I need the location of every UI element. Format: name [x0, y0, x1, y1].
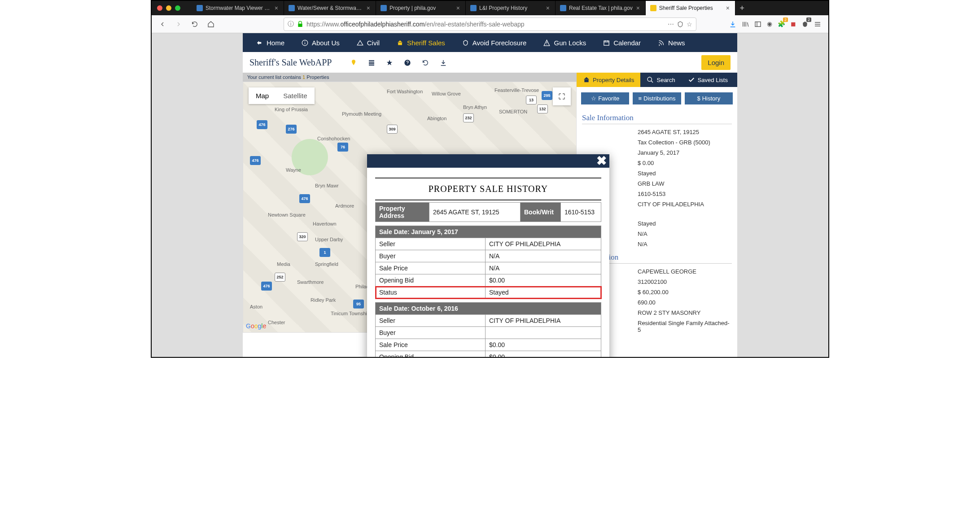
help-icon[interactable]: [402, 58, 412, 66]
route-shield: 132: [537, 104, 548, 113]
browser-tab[interactable]: Property | phila.gov×: [376, 1, 466, 15]
extension-3-icon[interactable]: 2: [801, 20, 809, 28]
tab-close-icon[interactable]: ×: [366, 4, 371, 12]
favicon: [197, 5, 203, 11]
list-info-bar: Your current list contains 1 Properties: [243, 73, 577, 82]
tab-label: Real Estate Tax | phila.gov: [569, 5, 633, 11]
nav-civil[interactable]: Civil: [357, 39, 380, 47]
lock-icon: [297, 20, 304, 28]
tab-close-icon[interactable]: ×: [725, 4, 731, 12]
browser-tab[interactable]: Real Estate Tax | phila.gov×: [556, 1, 646, 15]
favorite-button[interactable]: ☆Favorite: [581, 92, 629, 104]
more-icon[interactable]: ⋯: [668, 21, 674, 28]
tab-label: Property | phila.gov: [389, 5, 453, 11]
info-row: Tax Collection - GRB (5000): [582, 137, 732, 148]
tab-close-icon[interactable]: ×: [455, 4, 461, 12]
reader-icon[interactable]: [677, 20, 684, 28]
address-field[interactable]: ⓘ https://www.officeofphiladelphiasherif…: [284, 17, 696, 31]
route-shield: 320: [297, 232, 308, 241]
map-label: Feasterville-Trevose: [494, 87, 539, 93]
route-shield: 13: [526, 96, 537, 104]
site-nav: Home About Us Civil Sheriff Sales Avoid …: [243, 33, 737, 52]
distributions-button[interactable]: ≡ Distributions: [633, 92, 681, 104]
browser-tab[interactable]: Stormwater Map Viewer | Philadel×: [192, 1, 284, 15]
tab-close-icon[interactable]: ×: [545, 4, 551, 12]
download-icon[interactable]: [729, 20, 736, 28]
tab-search[interactable]: Search: [640, 73, 681, 87]
nav-about[interactable]: About Us: [302, 39, 340, 47]
route-shield: 276: [286, 125, 297, 134]
map-label: Fort Washington: [387, 89, 423, 94]
tab-close-icon[interactable]: ×: [274, 4, 279, 12]
favicon: [470, 5, 477, 11]
tab-property-details[interactable]: Property Details: [577, 73, 640, 87]
modal-header: ✖: [367, 154, 609, 168]
pin-icon[interactable]: [349, 58, 359, 66]
browser-tab[interactable]: Water/Sewer & Stormwater Bill×: [284, 1, 376, 15]
close-window[interactable]: [157, 5, 162, 11]
tab-close-icon[interactable]: ×: [635, 4, 641, 12]
home-button[interactable]: [205, 18, 217, 30]
download-icon[interactable]: [438, 58, 448, 66]
map-label: Bryn Mawr: [315, 183, 339, 188]
map-label: Plymouth Meeting: [342, 111, 381, 117]
sync-icon[interactable]: ◉: [767, 20, 772, 27]
modal-close-button[interactable]: ✖: [596, 154, 607, 168]
nav-home[interactable]: Home: [256, 39, 284, 47]
svg-rect-3: [604, 41, 609, 45]
menu-icon[interactable]: [814, 20, 821, 28]
sale-info-heading: Sale Information: [582, 113, 732, 124]
refresh-icon[interactable]: [420, 58, 430, 66]
map-label: Upper Darby: [315, 237, 343, 242]
map-type-satellite[interactable]: Satellite: [276, 87, 314, 104]
forward-button[interactable]: [172, 18, 185, 30]
tab-label: Water/Sewer & Stormwater Bill: [298, 5, 363, 11]
sale-table-2: Sale Date: October 6, 2016 SellerCITY OF…: [375, 302, 601, 357]
reload-button[interactable]: [188, 18, 201, 30]
nav-news[interactable]: News: [658, 39, 685, 47]
browser-tabs: Stormwater Map Viewer | Philadel×Water/S…: [152, 1, 828, 15]
browser-tab[interactable]: L&I Property History×: [466, 1, 556, 15]
browser-tab[interactable]: Sheriff Sale Properties×: [646, 1, 735, 15]
route-shield: 1: [319, 248, 330, 257]
minimize-window[interactable]: [166, 5, 171, 11]
tab-label: L&I Property History: [479, 5, 542, 11]
history-button[interactable]: $ History: [685, 92, 733, 104]
extension-1-icon[interactable]: 🧩2: [778, 20, 785, 27]
map-type-toggle: Map Satellite: [249, 87, 315, 104]
bookmark-star-icon[interactable]: ☆: [687, 21, 692, 28]
tab-saved-lists[interactable]: Saved Lists: [682, 73, 734, 87]
list-icon[interactable]: [367, 58, 376, 66]
extension-2-icon[interactable]: ◼: [791, 20, 796, 27]
map-type-map[interactable]: Map: [249, 87, 276, 104]
login-button[interactable]: Login: [701, 55, 731, 70]
route-shield: 476: [250, 156, 261, 165]
map-label: Tinicum Township: [331, 311, 370, 316]
maximize-window[interactable]: [175, 5, 180, 11]
route-shield: 76: [337, 143, 348, 152]
nav-sheriff-sales[interactable]: Sheriff Sales: [397, 39, 445, 47]
map-label: Willow Grove: [432, 91, 461, 96]
map-label: Havertown: [313, 221, 337, 226]
fullscreen-button[interactable]: [553, 87, 571, 105]
star-icon[interactable]: [385, 58, 394, 66]
new-tab-button[interactable]: +: [735, 1, 749, 15]
route-shield: 476: [257, 120, 267, 129]
route-shield: 309: [387, 125, 398, 134]
favicon: [560, 5, 566, 11]
library-icon[interactable]: [742, 20, 749, 28]
favicon: [650, 5, 656, 11]
sale-table-1: Sale Date: January 5, 2017 SellerCITY OF…: [375, 226, 601, 299]
sidebar-icon[interactable]: [754, 20, 761, 28]
favicon: [289, 5, 295, 11]
nav-calendar[interactable]: Calendar: [603, 39, 641, 47]
nav-gun-locks[interactable]: Gun Locks: [543, 39, 586, 47]
tab-label: Stormwater Map Viewer | Philadel: [206, 5, 271, 11]
map-label: SOMERTON: [499, 109, 527, 114]
modal-header-table: Property Address2645 AGATE ST, 19125Book…: [375, 202, 601, 222]
nav-avoid-foreclosure[interactable]: Avoid Foreclosure: [462, 39, 527, 47]
back-button[interactable]: [156, 18, 169, 30]
map-label: Abington: [427, 116, 446, 121]
svg-point-5: [648, 77, 652, 81]
app-title: Sheriff's Sale WebAPP: [249, 57, 332, 68]
